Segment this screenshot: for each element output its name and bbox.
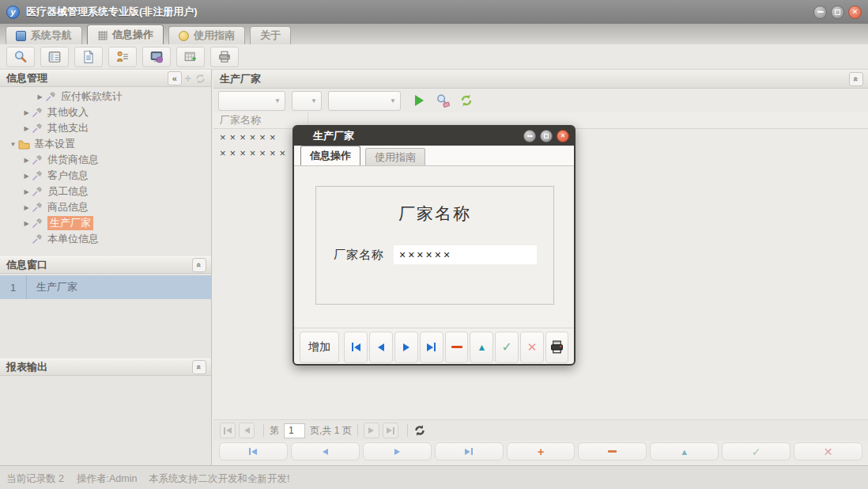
minimize-button[interactable] [813, 6, 827, 19]
toolbar-search-button[interactable] [6, 47, 35, 67]
prev-record-wide-button[interactable] [291, 442, 360, 461]
expand-arrow-icon[interactable]: ▶ [21, 125, 32, 132]
add-record-wide-button[interactable]: + [507, 442, 576, 461]
dialog-maximize-button[interactable] [540, 130, 553, 142]
expand-arrow-icon[interactable]: ▶ [21, 172, 32, 180]
next-record-wide-button[interactable] [363, 442, 432, 461]
next-record-button[interactable] [394, 332, 418, 363]
toolbar-monitor-button[interactable] [142, 47, 171, 67]
save-record-button[interactable]: ✓ [495, 332, 519, 363]
expand-arrow-icon[interactable]: ▶ [21, 220, 32, 227]
delete-record-button[interactable] [445, 332, 469, 363]
tree-item-product-info[interactable]: ▶ 商品信息 [0, 199, 211, 215]
expand-arrow-icon[interactable]: ▶ [21, 204, 32, 211]
next-page-small-button[interactable] [364, 423, 379, 438]
prev-record-button[interactable] [369, 332, 393, 363]
tool-icon [32, 218, 43, 229]
refresh-icon-disabled[interactable] [194, 73, 206, 85]
expand-arrow-icon[interactable]: ▶ [35, 93, 45, 100]
filter-value-select[interactable]: ▼ [328, 91, 401, 111]
delete-record-wide-button[interactable] [578, 442, 647, 461]
first-record-icon [249, 448, 251, 455]
tab-user-guide[interactable]: 使用指南 [168, 26, 245, 44]
collapse-left-icon: « [172, 74, 177, 83]
toolbar-table-add-button[interactable] [176, 47, 205, 67]
tab-about[interactable]: 关于 [250, 26, 291, 44]
info-window-panel-header: 信息窗口 « [0, 256, 211, 274]
toolbar-print-button[interactable] [210, 47, 239, 67]
tree-item-other-income[interactable]: ▶ 其他收入 [0, 104, 211, 120]
refresh-page-button[interactable] [413, 424, 426, 437]
manufacturer-name-input[interactable] [394, 245, 537, 264]
collapse-arrow-icon[interactable]: ▼ [8, 141, 18, 148]
tree-item-label: 供货商信息 [47, 153, 99, 167]
print-record-button[interactable] [545, 332, 568, 363]
tree-item-other-expense[interactable]: ▶ 其他支出 [0, 120, 211, 136]
prev-page-small-button[interactable] [239, 423, 255, 438]
up-triangle-icon: ▲ [680, 447, 689, 457]
minus-icon [451, 346, 462, 348]
maximize-button[interactable] [831, 6, 844, 19]
dialog-tab-info-operation[interactable]: 信息操作 [300, 146, 360, 165]
first-page-small-button[interactable] [220, 423, 236, 438]
close-icon: ✕ [560, 133, 566, 139]
filter-field-select[interactable]: ▼ [218, 91, 285, 111]
cross-icon: ✕ [824, 445, 833, 458]
add-panel-icon[interactable]: + [185, 72, 191, 85]
dialog-tabstrip: 信息操作 使用指南 [294, 146, 574, 166]
dialog-tab-user-guide[interactable]: 使用指南 [365, 148, 425, 165]
expand-arrow-icon[interactable]: ▶ [21, 157, 32, 164]
chevron-up-icon: « [194, 365, 204, 370]
dialog-close-button[interactable]: ✕ [557, 130, 569, 142]
tab-info-operation-label: 信息操作 [112, 28, 153, 42]
toolbar-document-button[interactable] [74, 47, 103, 67]
edit-record-button[interactable]: ▲ [470, 332, 493, 363]
tree-item-manufacturer[interactable]: ▶ 生产厂家 [0, 215, 211, 231]
last-page-small-button[interactable] [383, 423, 398, 438]
tree-item-customer-info[interactable]: ▶ 客户信息 [0, 168, 211, 184]
status-message: 本系统支持二次开发和全新开发! [149, 472, 289, 486]
run-filter-button[interactable] [410, 91, 428, 111]
refresh-dark-icon [413, 424, 426, 437]
last-record-button[interactable] [420, 332, 443, 363]
filter-operator-select[interactable]: ▼ [292, 91, 322, 111]
edit-record-wide-button[interactable]: ▲ [650, 442, 719, 461]
page-number-input[interactable] [284, 423, 305, 438]
last-record-wide-button[interactable] [435, 442, 504, 461]
dialog-titlebar[interactable]: 生产厂家 ✕ [294, 127, 574, 146]
collapse-info-window-button[interactable]: « [192, 258, 206, 272]
add-record-button[interactable]: 增加 [300, 332, 339, 363]
collapse-sidebar-button[interactable]: « [168, 71, 182, 85]
confirm-wide-button[interactable]: ✓ [722, 442, 791, 461]
tree-item-supplier-info[interactable]: ▶ 供货商信息 [0, 152, 211, 168]
expand-arrow-icon[interactable]: ▶ [21, 188, 32, 195]
refresh-list-button[interactable] [458, 91, 475, 111]
collapse-report-button[interactable]: « [192, 360, 206, 374]
expand-arrow-icon[interactable]: ▶ [21, 109, 32, 116]
tree-item-label: 员工信息 [47, 184, 89, 199]
cancel-wide-button[interactable]: ✕ [794, 442, 862, 461]
info-window-row-selected[interactable]: 1 生产厂家 [0, 275, 211, 299]
toolbar-form-button[interactable] [40, 47, 69, 67]
toolbar-user-list-button[interactable] [108, 47, 137, 67]
tree-item-label: 客户信息 [47, 169, 89, 183]
manufacturer-name-label: 厂家名称 [334, 248, 384, 263]
form-title: 厂家名称 [316, 203, 553, 225]
tree-item-company-info[interactable]: 本单位信息 [0, 231, 211, 247]
tree-item-employee-info[interactable]: ▶ 员工信息 [0, 184, 211, 199]
dialog-minimize-button[interactable] [523, 130, 536, 142]
collapse-main-button[interactable]: « [849, 72, 863, 86]
dialog-body: 厂家名称 厂家名称 [294, 166, 574, 328]
cancel-record-button[interactable]: ✕ [520, 332, 544, 363]
maximize-icon [835, 9, 840, 15]
tab-system-nav-label: 系统导航 [31, 28, 72, 43]
info-manage-panel-title: 信息管理 [6, 71, 47, 85]
first-record-wide-button[interactable] [219, 442, 288, 461]
close-button[interactable]: ✕ [848, 6, 862, 19]
first-record-button[interactable] [344, 332, 368, 363]
tree-item-payables-statistics[interactable]: ▶ 应付帐款统计 [0, 89, 211, 104]
tree-item-basic-settings[interactable]: ▼ 基本设置 [0, 136, 211, 152]
clear-filter-button[interactable] [434, 91, 451, 111]
tab-system-nav[interactable]: 系统导航 [6, 26, 82, 44]
tab-info-operation[interactable]: 信息操作 [87, 25, 164, 44]
